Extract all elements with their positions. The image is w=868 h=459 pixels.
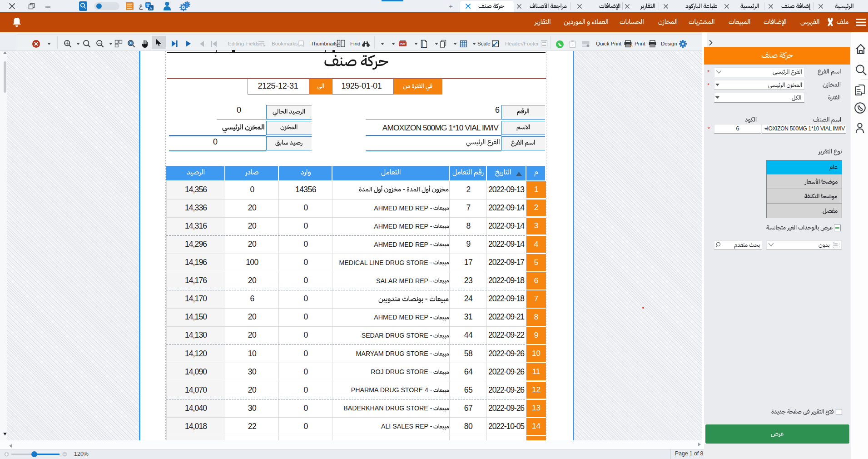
svg-text:?: ?: [572, 43, 574, 46]
svg-text:PDF: PDF: [400, 42, 406, 45]
svg-text:A: A: [149, 6, 152, 11]
